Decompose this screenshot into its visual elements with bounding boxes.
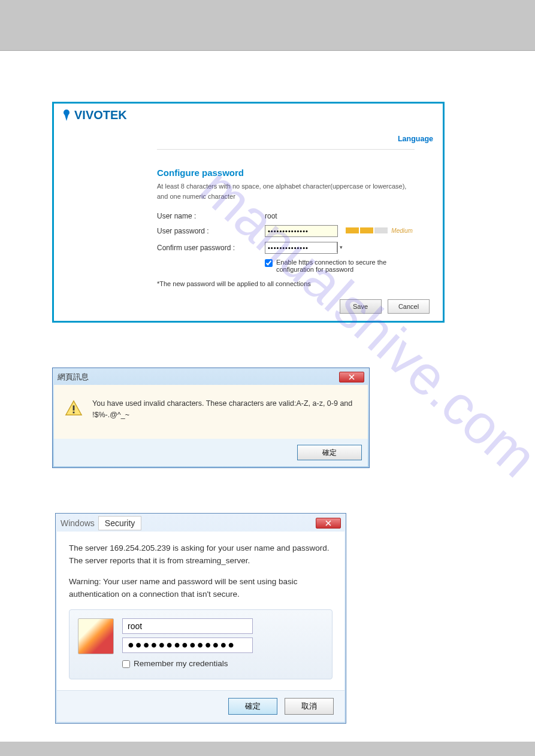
security-title-prefix: Windows (61, 518, 95, 528)
svg-rect-2 (73, 412, 75, 414)
remember-credentials-label: Remember my credentials (134, 658, 228, 670)
strength-bar-3 (374, 227, 388, 233)
credentials-box: Remember my credentials (69, 609, 333, 679)
security-username-input[interactable] (122, 618, 253, 634)
security-cancel-button[interactable]: 取消 (285, 698, 334, 715)
security-close-icon[interactable] (316, 518, 341, 529)
configure-password-title: Configure password (157, 149, 415, 178)
page-footer-banner (0, 742, 535, 756)
strength-bar-1 (346, 227, 359, 233)
vivotek-logo-icon (61, 109, 72, 122)
page-header-banner (0, 0, 535, 51)
alert-ok-button[interactable]: 確定 (297, 445, 362, 460)
avatar-icon (78, 618, 114, 654)
requirements-text: At least 8 characters with no space, one… (157, 181, 415, 201)
security-password-input[interactable] (122, 637, 253, 653)
security-server-message: The server 169.254.205.239 is asking for… (69, 542, 333, 567)
security-warning-message: Warning: Your user name and password wil… (69, 576, 333, 601)
username-label: User name : (157, 212, 265, 220)
confirm-password-label: Confirm user password : (157, 244, 265, 252)
cancel-button[interactable]: Cancel (388, 299, 430, 314)
confirm-password-input[interactable] (265, 242, 338, 254)
vivotek-logo: VIVOTEK (61, 108, 436, 122)
alert-message: You have used invalid characters. These … (92, 398, 357, 421)
enable-https-label: Enable https connection to secure the co… (276, 259, 415, 273)
remember-credentials-checkbox[interactable] (122, 660, 130, 668)
save-button[interactable]: Save (340, 299, 382, 314)
warning-icon (65, 399, 83, 417)
strength-meter: Medium (346, 227, 413, 234)
close-icon[interactable] (339, 372, 364, 382)
svg-point-0 (64, 110, 69, 116)
enable-https-checkbox[interactable] (265, 259, 273, 267)
windows-security-dialog: Windows Security The server 169.254.205.… (55, 513, 346, 724)
dropdown-icon[interactable]: ▾ (337, 242, 345, 253)
configure-password-dialog: VIVOTEK Language Configure password At l… (52, 102, 445, 323)
svg-rect-1 (73, 405, 75, 410)
strength-bar-2 (360, 227, 373, 233)
alert-title: 網頁訊息 (58, 372, 89, 382)
strength-label: Medium (391, 227, 413, 234)
security-ok-button[interactable]: 確定 (228, 698, 277, 715)
security-title: Security (98, 516, 142, 530)
invalid-chars-alert: 網頁訊息 You have used invalid characters. T… (52, 368, 370, 468)
password-input[interactable] (265, 225, 338, 237)
username-value: root (265, 212, 277, 220)
language-link[interactable]: Language (398, 135, 433, 143)
vivotek-logo-text: VIVOTEK (74, 108, 127, 122)
password-label: User password : (157, 227, 265, 235)
password-note: *The new password will be applied to all… (157, 280, 415, 287)
